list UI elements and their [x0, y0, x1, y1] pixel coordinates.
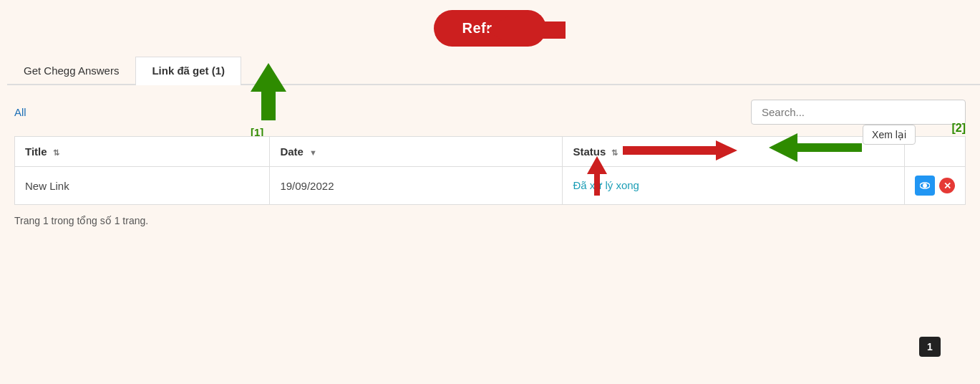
tab-get-chegg[interactable]: Get Chegg Answers	[7, 57, 135, 84]
col-date: Date ▼	[270, 137, 563, 167]
eye-icon	[920, 181, 930, 191]
close-button[interactable]: ✕	[939, 178, 955, 193]
svg-marker-0	[487, 16, 566, 44]
sort-icon-title: ⇅	[53, 148, 59, 158]
svg-marker-5	[587, 156, 607, 196]
svg-marker-6	[769, 133, 862, 162]
sort-icon-date: ▼	[309, 148, 317, 157]
svg-point-2	[923, 183, 927, 188]
view-button[interactable]	[915, 176, 935, 196]
green-left-arrow-icon	[769, 133, 862, 165]
filter-search-row: All	[14, 100, 966, 125]
red-arrow-icon	[487, 16, 566, 47]
top-bar: Refresh	[0, 0, 980, 54]
page-badge: 1	[919, 337, 941, 357]
close-circle-icon: ✕	[939, 178, 955, 193]
cell-title: New Link	[15, 167, 270, 205]
red-up-arrow-status-icon	[587, 156, 607, 198]
cell-date: 19/09/2022	[270, 167, 563, 205]
search-input[interactable]	[751, 100, 966, 125]
annotation-2-label: [2]	[951, 122, 966, 135]
cell-status: Đã xử lý xong	[563, 167, 905, 205]
tab-link-da-get[interactable]: Link đã get (1)	[135, 57, 241, 85]
pagination-text: Trang 1 trong tổng số 1 trang.	[14, 215, 966, 226]
table-row: New Link 19/09/2022 Đã xử lý xong	[15, 167, 966, 205]
svg-marker-4	[623, 140, 737, 160]
tabs-container: Get Chegg Answers Link đã get (1)	[7, 57, 980, 85]
action-buttons: ✕	[915, 176, 955, 196]
red-horizontal-arrow-icon	[623, 140, 737, 163]
cell-actions: ✕	[905, 167, 966, 205]
filter-all-link[interactable]: All	[14, 106, 26, 118]
sort-icon-status: ⇅	[611, 148, 618, 158]
col-title: Title ⇅	[15, 137, 270, 167]
xem-lai-tooltip: Xem lại	[863, 125, 916, 145]
